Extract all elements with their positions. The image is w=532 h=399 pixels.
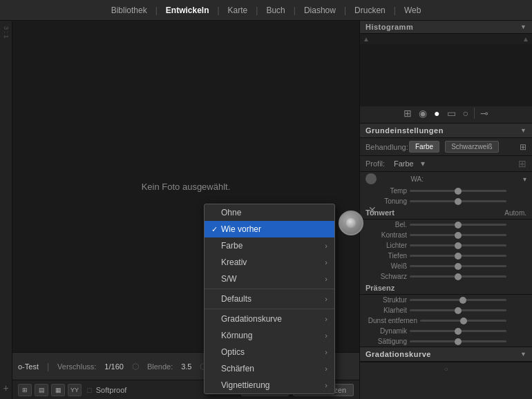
spot-icon[interactable]: ◉ <box>417 106 428 120</box>
brush-icon[interactable]: ○ <box>462 106 470 120</box>
lichter-row: Lichter <box>360 240 532 251</box>
farbe-button[interactable]: Farbe <box>409 141 439 153</box>
klarheit-slider[interactable] <box>410 309 506 311</box>
profil-label: Profil: <box>365 159 390 168</box>
dunst-slider[interactable] <box>420 320 506 322</box>
scroll-arrow: ○ <box>444 365 448 373</box>
treatment-row: Behandlung: Farbe Schwarzweiß ⊞ <box>360 138 532 156</box>
profile-row: Profil: Farbe ▾ ⊞ <box>360 156 532 172</box>
menu-karte[interactable]: Karte <box>220 0 256 20</box>
tiefen-slider[interactable] <box>410 255 506 257</box>
sw-check <box>211 275 221 283</box>
dropdown-item-sw[interactable]: S/W › <box>205 271 334 287</box>
right-panel: Histogramm ▼ ▲ ▲ ⊞ ◉ ● ▭ ○ ⊸ Grundeinste… <box>359 21 532 399</box>
menu-drucken[interactable]: Drucken <box>346 0 394 20</box>
saettigung-row: Sättigung <box>360 336 532 347</box>
weiss-row: Weiß <box>360 261 532 271</box>
tonung-row: Tonung <box>360 196 532 206</box>
grundeinstellungen-header: Grundeinstellungen ▼ <box>360 124 532 138</box>
treatment-extra[interactable]: ⊞ <box>520 142 526 152</box>
farbe-arrow: › <box>325 242 327 250</box>
menu-entwickeln[interactable]: Entwickeln <box>158 0 218 20</box>
left-strip-item: 3 : 1 <box>3 26 10 39</box>
dropdown-item-kreativ[interactable]: Kreativ › <box>205 254 334 271</box>
dropdown-sep-2 <box>205 309 334 309</box>
profil-grid-icon[interactable]: ⊞ <box>518 158 526 169</box>
no-photo-text: Kein Foto ausgewählt. <box>142 182 231 192</box>
top-menu-bar: Bibliothek | Entwickeln | Karte | Buch |… <box>0 0 532 21</box>
verschluss-label: Verschluss: <box>57 362 96 371</box>
wa-arrow[interactable]: ▾ <box>523 175 526 183</box>
left-add-button[interactable]: + <box>3 382 8 393</box>
temp-slider[interactable] <box>410 190 506 192</box>
dropdown-item-schaerfen[interactable]: Schärfen › <box>205 360 334 377</box>
sw-arrow: › <box>325 275 327 283</box>
tiefen-row: Tiefen <box>360 251 532 261</box>
kontrast-slider[interactable] <box>410 234 506 236</box>
saettigung-slider[interactable] <box>410 340 506 342</box>
grundeinstellungen-triangle[interactable]: ▼ <box>520 127 526 134</box>
dropdown-item-koernung[interactable]: Körnung › <box>205 327 334 344</box>
ohne-label: Ohne <box>221 208 241 217</box>
preset-dropdown-menu[interactable]: Ohne ✓ Wie vorher Farbe › Kreativ › S/W … <box>204 204 335 394</box>
praesenz-header: Präsenz <box>360 282 532 295</box>
close-button[interactable]: ✕ <box>368 204 377 215</box>
dynamik-slider[interactable] <box>410 330 506 332</box>
hist-arrow-right: ▲ <box>522 35 529 43</box>
menu-bibliothek[interactable]: Bibliothek <box>103 0 155 20</box>
vignettierung-label: Vignettierung <box>221 380 270 390</box>
circle-inner <box>346 218 356 228</box>
schwarz-slider[interactable] <box>410 275 506 278</box>
crop-icon[interactable]: ⊞ <box>402 106 413 120</box>
lichter-slider[interactable] <box>410 244 506 246</box>
wie-vorher-check: ✓ <box>211 225 221 234</box>
dropdown-item-wie-vorher[interactable]: ✓ Wie vorher <box>205 221 334 237</box>
optics-label: Optics <box>221 347 245 357</box>
histogram-header: Histogramm ▼ <box>360 21 532 34</box>
dropdown-item-vignettierung[interactable]: Vignettierung › <box>205 377 334 393</box>
histogram-triangle[interactable]: ▼ <box>520 23 526 30</box>
eyedropper-icon[interactable] <box>365 173 377 184</box>
dropdown-item-gradationskurve[interactable]: Gradationskurve › <box>205 311 334 327</box>
tool-btn-1[interactable]: ⊞ <box>18 384 32 396</box>
schaerfen-label: Schärfen <box>221 364 254 373</box>
redeye-icon[interactable]: ● <box>433 106 441 120</box>
lichter-label: Lichter <box>365 242 407 249</box>
tool-btn-2[interactable]: ▤ <box>35 384 48 396</box>
struktur-slider[interactable] <box>410 299 506 301</box>
scroll-indicator: ○ <box>360 362 532 376</box>
gradation-check <box>211 315 221 323</box>
schwarz-row: Schwarz <box>360 271 532 282</box>
menu-buch[interactable]: Buch <box>258 0 293 20</box>
circle-reset-button[interactable] <box>339 211 363 235</box>
tonung-slider[interactable] <box>410 200 506 202</box>
profil-dropdown-icon[interactable]: ▾ <box>421 159 425 168</box>
gradation-title: Gradationskurve <box>365 350 431 358</box>
gradient-icon[interactable]: ▭ <box>446 106 457 120</box>
settings-icon[interactable]: ⊸ <box>479 106 490 120</box>
vignettierung-check <box>211 381 221 389</box>
softproof-label: □ Softproof <box>87 386 126 394</box>
sep: | <box>47 362 49 371</box>
tool-btn-4[interactable]: YY <box>68 384 82 396</box>
gradation-header: Gradationskurve ▼ <box>360 347 532 362</box>
gradation-triangle[interactable]: ▼ <box>520 351 526 358</box>
dropdown-item-ohne[interactable]: Ohne <box>205 204 334 221</box>
temp-label: Temp <box>365 187 407 195</box>
schwarzweiss-button[interactable]: Schwarzweiß <box>445 141 498 153</box>
saettigung-label: Sättigung <box>365 338 407 345</box>
gradation-arrow: › <box>325 315 327 323</box>
farbe-label: Farbe <box>221 241 243 251</box>
dropdown-item-defaults[interactable]: Defaults › <box>205 291 334 307</box>
menu-web[interactable]: Web <box>396 0 429 20</box>
weiss-label: Weiß <box>365 262 407 270</box>
kreativ-label: Kreativ <box>221 257 247 267</box>
menu-diashow[interactable]: Diashow <box>296 0 344 20</box>
belichtung-slider[interactable] <box>410 224 506 226</box>
dropdown-item-farbe[interactable]: Farbe › <box>205 237 334 254</box>
tool-btn-3[interactable]: ▦ <box>51 384 65 396</box>
dropdown-item-optics[interactable]: Optics › <box>205 344 334 360</box>
tonwert-auto[interactable]: Autom. <box>504 209 526 217</box>
weiss-slider[interactable] <box>410 265 506 267</box>
kreativ-arrow: › <box>325 258 327 266</box>
